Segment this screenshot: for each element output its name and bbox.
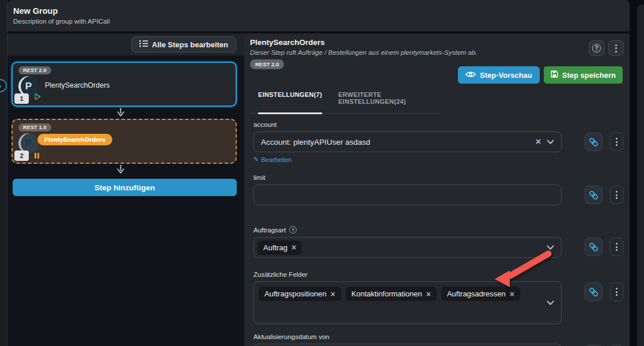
save-icon bbox=[551, 70, 558, 80]
zusaetzliche-felder-options-button[interactable] bbox=[610, 283, 623, 301]
step-settings-panel: PlentySearchOrders Dieser Step ruft Auft… bbox=[244, 33, 630, 346]
step-card-2[interactable]: REST 1.0 P PlentySearchOrders 2 bbox=[12, 119, 237, 164]
kebab-menu-icon bbox=[616, 288, 618, 296]
edit-all-steps-button[interactable]: Alle Steps bearbeiten bbox=[131, 36, 236, 52]
remove-tag-icon[interactable]: × bbox=[291, 243, 296, 251]
field-limit: limit bbox=[253, 174, 630, 205]
step-flow-panel: Alle Steps bearbeiten REST 2.0 P PlentyS… bbox=[7, 33, 244, 346]
step-settings-header: PlentySearchOrders Dieser Step ruft Auft… bbox=[244, 33, 630, 69]
auftragsart-options-button[interactable] bbox=[610, 238, 623, 256]
account-edit-link[interactable]: ✎ Bearbeiten bbox=[253, 156, 291, 163]
datum-input[interactable] bbox=[253, 344, 562, 346]
remove-tag-icon[interactable]: × bbox=[331, 290, 335, 298]
link-icon bbox=[589, 242, 598, 252]
help-icon[interactable]: ? bbox=[289, 226, 297, 234]
pause-icon bbox=[35, 153, 39, 159]
step-menu-button[interactable] bbox=[608, 40, 624, 56]
help-button[interactable]: ? bbox=[589, 40, 604, 56]
limit-mapping-button[interactable] bbox=[585, 186, 603, 204]
limit-options-button[interactable] bbox=[610, 186, 623, 204]
step-version-badge: REST 2.0 bbox=[250, 59, 284, 69]
tab-einstellungen[interactable]: EINSTELLUNGEN(7) bbox=[258, 91, 322, 114]
account-value: Account: plentyAPIUser asdasd bbox=[261, 138, 370, 146]
numbered-list-icon bbox=[139, 40, 148, 49]
page-title: New Group bbox=[13, 6, 630, 16]
chevron-down-icon[interactable] bbox=[547, 300, 554, 306]
account-label: account bbox=[253, 121, 562, 128]
tag-label: Kontaktinformationen bbox=[351, 289, 422, 298]
page-subtitle: Description of group with APICall bbox=[13, 18, 630, 25]
tab-erweiterte-einstellungen[interactable]: ERWEITERTE EINSTELLUNGEN(24) bbox=[338, 91, 440, 114]
add-step-button[interactable]: Step hinzufügen bbox=[13, 179, 237, 196]
link-icon bbox=[589, 287, 598, 297]
group-header: New Group Description of group with APIC… bbox=[7, 0, 630, 32]
flow-canvas: REST 2.0 P PlentySearchOrders 1 REST 1.0… bbox=[7, 57, 244, 196]
chevron-right-icon: › bbox=[0, 82, 1, 89]
step-title: PlentySearchOrders bbox=[250, 38, 623, 47]
tag-auftrag: Auftrag × bbox=[257, 240, 302, 255]
field-aktualisierungsdatum: Aktualisierungsdatum von bbox=[253, 333, 630, 346]
settings-tabs: EINSTELLUNGEN(7) ERWEITERTE EINSTELLUNGE… bbox=[250, 91, 440, 114]
flow-connector-2 bbox=[12, 165, 229, 175]
app-window: › New Group Description of group with AP… bbox=[0, 0, 644, 346]
account-edit-label: Bearbeiten bbox=[261, 156, 291, 163]
step-1-index-badge: 1 bbox=[14, 93, 29, 104]
kebab-menu-icon bbox=[616, 243, 618, 251]
eye-icon bbox=[465, 71, 476, 80]
clear-icon[interactable]: × bbox=[536, 137, 541, 146]
limit-label: limit bbox=[253, 174, 562, 181]
tag-auftragspositionen: Auftragspositionen × bbox=[259, 287, 341, 301]
step-1-name: PlentySearchOrders bbox=[45, 81, 110, 89]
field-zusaetzliche-felder: Zusätzliche Felder Auftragspositionen × … bbox=[253, 271, 630, 324]
step-preview-button[interactable]: Step-Vorschau bbox=[458, 66, 540, 84]
step-1-version-badge: REST 2.0 bbox=[18, 66, 51, 74]
question-icon: ? bbox=[592, 44, 601, 52]
step-description: Dieser Step ruft Aufträge / Bestellungen… bbox=[250, 49, 623, 56]
account-mapping-button[interactable] bbox=[585, 133, 603, 151]
step-2-index-badge: 2 bbox=[14, 151, 29, 161]
step-save-label: Step speichern bbox=[562, 71, 616, 80]
field-auftragsart: Auftragsart ? Auftrag × bbox=[253, 226, 630, 258]
kebab-menu-icon bbox=[616, 138, 618, 146]
down-arrow-icon bbox=[116, 165, 125, 175]
zusaetzliche-felder-mapping-button[interactable] bbox=[585, 283, 603, 301]
aktualisierungsdatum-label: Aktualisierungsdatum von bbox=[253, 333, 562, 340]
account-select[interactable]: Account: plentyAPIUser asdasd × bbox=[253, 131, 562, 152]
annotation-arrow bbox=[488, 247, 558, 293]
tag-label: Auftragspositionen bbox=[264, 289, 327, 298]
tag-kontaktinformationen: Kontaktinformationen × bbox=[346, 287, 437, 301]
settings-fields: account Account: plentyAPIUser asdasd × … bbox=[244, 114, 630, 346]
limit-input[interactable] bbox=[253, 185, 562, 205]
step-2-version-badge: REST 1.0 bbox=[18, 123, 51, 131]
play-icon[interactable] bbox=[35, 92, 41, 103]
chevron-down-icon[interactable] bbox=[547, 140, 554, 145]
field-account: account Account: plentyAPIUser asdasd × … bbox=[253, 121, 630, 164]
flow-connector-1 bbox=[12, 108, 229, 118]
edit-all-steps-label: Alle Steps bearbeiten bbox=[152, 40, 228, 49]
next-panel-sliver bbox=[637, 5, 644, 346]
auftragsart-label-text: Auftragsart bbox=[253, 227, 286, 234]
left-gutter bbox=[0, 0, 7, 346]
down-arrow-icon bbox=[116, 108, 125, 118]
step-save-button[interactable]: Step speichern bbox=[544, 66, 623, 84]
link-icon bbox=[589, 137, 598, 147]
auftragsart-label: Auftragsart ? bbox=[253, 226, 562, 234]
step-preview-label: Step-Vorschau bbox=[480, 71, 532, 80]
kebab-menu-icon bbox=[616, 191, 618, 199]
flow-toolbar: Alle Steps bearbeiten bbox=[7, 33, 244, 57]
tag-label: Auftrag bbox=[263, 243, 287, 252]
step-2-name: PlentySearchOrders bbox=[37, 134, 112, 145]
step-card-1[interactable]: REST 2.0 P PlentySearchOrders 1 bbox=[12, 62, 237, 107]
account-options-button[interactable] bbox=[610, 133, 623, 151]
kebab-menu-icon bbox=[615, 44, 617, 52]
remove-tag-icon[interactable]: × bbox=[426, 290, 431, 298]
link-icon bbox=[589, 190, 598, 200]
auftragsart-mapping-button[interactable] bbox=[585, 238, 603, 256]
pencil-icon: ✎ bbox=[253, 156, 259, 163]
